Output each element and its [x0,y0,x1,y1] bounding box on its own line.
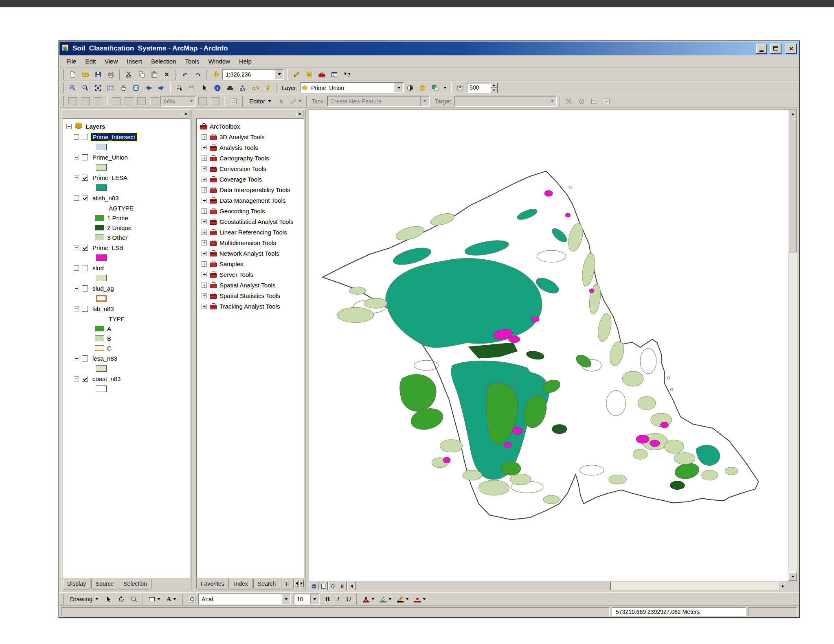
collapse-toggle[interactable] [66,124,72,129]
expand-toggle[interactable] [202,166,207,171]
new-document-button[interactable] [66,69,79,80]
title-bar[interactable]: Soil_Classification_Systems - ArcMap - A… [59,42,799,55]
new-shape-button[interactable] [146,594,163,605]
layer-swatch[interactable] [96,184,107,191]
toolbox-item[interactable]: Spatial Analyst Tools [197,280,303,290]
map-scale-combo[interactable]: 1:326,236 [222,69,284,80]
font-combo[interactable]: Arial [198,594,291,605]
expand-toggle[interactable] [202,283,207,288]
layer-label[interactable]: alish_n83 [91,194,120,202]
transparency-button[interactable] [429,82,442,93]
expand-toggle[interactable] [202,177,207,182]
sketch-pencil-button[interactable] [290,69,303,80]
layout-100-percent-button[interactable] [148,96,160,107]
expand-toggle[interactable] [202,240,207,245]
clear-selection-button[interactable] [186,82,198,93]
toolbox-root-label[interactable]: ArcToolbox [210,123,240,130]
toc-close-icon[interactable]: × [182,111,189,117]
toolbox-item-label[interactable]: Coverage Tools [219,176,262,183]
layer-checkbox[interactable] [82,265,88,271]
menu-view[interactable]: View [100,56,122,66]
target-combo-dropdown-icon[interactable] [548,96,556,106]
font-combo-dropdown-icon[interactable] [282,594,290,604]
toc-root-label[interactable]: Layers [86,123,105,130]
toc-tab-selection[interactable]: Selection [119,579,151,589]
toolbox-item-label[interactable]: 3D Analyst Tools [219,134,265,140]
task-combo[interactable]: Create New Feature [327,96,430,107]
toolbox-item[interactable]: Tracking Analyst Tools [197,301,303,311]
open-button[interactable] [79,69,92,80]
toolbox-item-label[interactable]: Conversion Tools [219,165,266,172]
identify-button[interactable]: i [211,82,224,93]
layer-label[interactable]: coast_n83 [91,375,122,383]
layer-label[interactable]: slud_ag [91,285,116,292]
toolbox-tab-favorites[interactable]: Favorites [196,578,229,589]
flicker-rate-spinner[interactable]: 500 [467,83,498,93]
toolbox-item-label[interactable]: Cartography Tools [219,155,269,162]
layer-swatch[interactable] [96,144,107,150]
expand-toggle[interactable] [202,208,207,214]
copy-button[interactable] [135,69,148,80]
toolbox-item[interactable]: Geocoding Tools [197,206,303,216]
rotate-element-button[interactable] [115,594,127,605]
toolbox-item-label[interactable]: Data Management Tools [219,197,285,204]
map-horizontal-scrollbar[interactable] [347,582,787,590]
edit-tool-button[interactable] [275,96,288,107]
layout-zoom-out-button[interactable] [79,96,92,107]
toolbox-item-label[interactable]: Samples [219,261,243,267]
layer-checkbox[interactable] [82,154,88,160]
layer-swatch[interactable] [96,365,107,372]
undo-button[interactable] [179,69,191,80]
toolbox-item-label[interactable]: Analysis Tools [219,144,258,151]
expand-toggle[interactable] [202,272,207,277]
toolbox-item-label[interactable]: Multidimension Tools [219,239,276,246]
menu-edit[interactable]: Edit [81,56,100,66]
toolbox-item[interactable]: Samples [197,258,303,269]
layout-toggle-draft-button[interactable] [209,96,222,107]
toolbox-item[interactable]: Coverage Tools [197,174,303,184]
map-vertical-scrollbar[interactable] [788,110,797,581]
delete-button[interactable]: × [160,69,173,80]
layer-checkbox[interactable] [82,175,88,181]
toolbox-item[interactable]: Cartography Tools [197,153,303,163]
draw-select-elements-button[interactable] [102,594,115,605]
layer-label[interactable]: lesa_n83 [91,355,119,362]
layer-checkbox[interactable] [82,134,88,140]
sketch-tool-button[interactable] [288,96,304,107]
expand-toggle[interactable] [202,219,207,224]
toolbox-item[interactable]: Network Analyst Tools [197,248,303,258]
toolbox-item[interactable]: Spatial Statistics Tools [197,290,303,301]
layer-swatch[interactable] [96,164,107,171]
zoom-in-button[interactable] [66,82,79,93]
toolbox-item-label[interactable]: Spatial Statistics Tools [219,292,280,299]
collapse-toggle[interactable] [74,195,79,201]
arccatalog-button[interactable] [303,69,315,80]
hyperlink-lightning-button[interactable] [261,82,274,93]
command-window-button[interactable] [328,69,340,80]
cut-button[interactable] [123,69,135,80]
layer-combo[interactable]: Prime_Union [300,82,404,93]
rotate-tool-button[interactable] [575,96,588,107]
contrast-button[interactable] [404,82,417,93]
drawing-menu-button[interactable]: Drawing [66,594,102,604]
layout-zoom-percent-combo[interactable]: 66% [160,96,196,107]
expand-toggle[interactable] [202,198,207,203]
expand-toggle[interactable] [202,261,207,267]
sketch-properties-button[interactable] [601,96,613,107]
toolbox-close-icon[interactable]: × [296,111,303,117]
expand-toggle[interactable] [202,251,207,256]
toolbox-tab-f[interactable]: F [281,579,294,589]
layout-whole-page-button[interactable] [135,96,148,107]
layer-checkbox[interactable] [82,245,88,251]
find-binoculars-button[interactable] [224,82,236,93]
toolbox-item[interactable]: Data Interoperability Tools [197,184,303,195]
flicker-rate-value[interactable]: 500 [467,83,490,93]
toolbox-item-label[interactable]: Spatial Analyst Tools [219,282,275,289]
measure-button[interactable] [249,82,261,93]
fixed-zoom-in-button[interactable] [92,82,104,93]
layer-label[interactable]: Prime_LESA [91,174,129,182]
swipe-layer-button[interactable] [454,82,467,93]
line-color-button[interactable] [394,594,411,605]
full-extent-globe-button[interactable] [129,82,142,93]
go-to-xy-button[interactable]: X,Y [236,82,249,93]
